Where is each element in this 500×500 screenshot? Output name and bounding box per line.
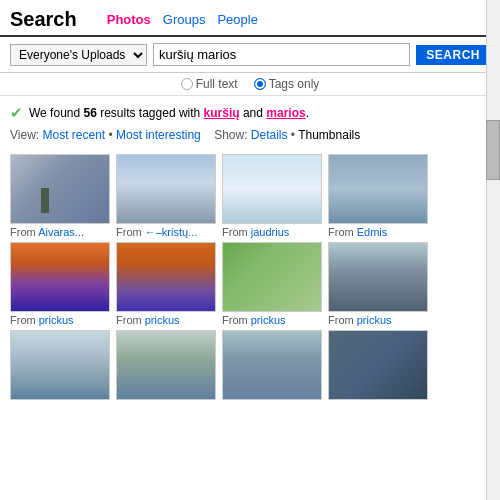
photo-thumb-10[interactable] [116, 330, 216, 400]
thumbnails-label: Thumbnails [298, 128, 360, 142]
photo-thumb-2[interactable] [116, 154, 216, 224]
photo-author-1[interactable]: Aivaras... [38, 226, 84, 238]
photo-label-3: From jaudrius [222, 226, 289, 238]
photo-author-8[interactable]: prickus [357, 314, 392, 326]
photo-thumb-5[interactable] [10, 242, 110, 312]
separator1: • [109, 128, 117, 142]
photo-item-4: From Edmis [328, 154, 428, 238]
fulltext-label: Full text [196, 77, 238, 91]
photo-item-1: From Aivaras... [10, 154, 110, 238]
photo-item-8: From prickus [328, 242, 428, 326]
search-input[interactable] [153, 43, 410, 66]
tab-groups[interactable]: Groups [163, 12, 206, 27]
details-link[interactable]: Details [251, 128, 288, 142]
photo-item-7: From prickus [222, 242, 322, 326]
photo-item-3: From jaudrius [222, 154, 322, 238]
check-icon: ✔ [10, 104, 23, 122]
photo-thumb-9[interactable] [10, 330, 110, 400]
photo-author-5[interactable]: prickus [39, 314, 74, 326]
photo-thumb-4[interactable] [328, 154, 428, 224]
photo-thumb-7[interactable] [222, 242, 322, 312]
photo-thumb-12[interactable] [328, 330, 428, 400]
photo-grid: From Aivaras...From ←–kristų...From jaud… [0, 148, 500, 408]
result-text: We found 56 results tagged with kuršių a… [29, 106, 309, 120]
photo-author-2[interactable]: ←–kristų... [145, 226, 198, 238]
view-label: View: [10, 128, 39, 142]
search-bar: Everyone's Uploads SEARCH [0, 37, 500, 73]
search-button[interactable]: SEARCH [416, 45, 490, 65]
tab-people[interactable]: People [217, 12, 257, 27]
fulltext-option[interactable]: Full text [181, 77, 238, 91]
photo-item-6: From prickus [116, 242, 216, 326]
tagsonly-option[interactable]: Tags only [254, 77, 320, 91]
tab-photos[interactable]: Photos [107, 12, 151, 27]
results-info: ✔ We found 56 results tagged with kuršių… [0, 96, 500, 126]
tagsonly-label: Tags only [269, 77, 320, 91]
photo-item-10 [116, 330, 216, 402]
scope-select[interactable]: Everyone's Uploads [10, 44, 147, 66]
photo-author-3[interactable]: jaudrius [251, 226, 290, 238]
most-interesting-link[interactable]: Most interesting [116, 128, 201, 142]
page-title: Search [10, 8, 77, 31]
photo-item-2: From ←–kristų... [116, 154, 216, 238]
photo-label-4: From Edmis [328, 226, 387, 238]
photo-item-9 [10, 330, 110, 402]
photo-label-2: From ←–kristų... [116, 226, 197, 238]
scroll-thumb[interactable] [486, 120, 500, 180]
photo-thumb-6[interactable] [116, 242, 216, 312]
scrollbar[interactable] [486, 0, 500, 500]
photo-row-1: From Aivaras...From ←–kristų...From jaud… [10, 154, 490, 238]
photo-row-3 [10, 330, 490, 402]
photo-author-7[interactable]: prickus [251, 314, 286, 326]
photo-label-7: From prickus [222, 314, 286, 326]
most-recent-link[interactable]: Most recent [42, 128, 105, 142]
header: Search Photos Groups People [0, 0, 500, 37]
photo-item-11 [222, 330, 322, 402]
search-type-row: Full text Tags only [0, 73, 500, 96]
show-label: Show: [214, 128, 247, 142]
photo-thumb-8[interactable] [328, 242, 428, 312]
photo-row-2: From prickusFrom prickusFrom prickusFrom… [10, 242, 490, 326]
photo-item-5: From prickus [10, 242, 110, 326]
photo-author-4[interactable]: Edmis [357, 226, 388, 238]
photo-label-8: From prickus [328, 314, 392, 326]
photo-label-6: From prickus [116, 314, 180, 326]
photo-thumb-1[interactable] [10, 154, 110, 224]
nav-tabs: Photos Groups People [107, 12, 258, 27]
view-show-row: View: Most recent • Most interesting Sho… [0, 126, 500, 148]
photo-author-6[interactable]: prickus [145, 314, 180, 326]
fulltext-radio[interactable] [181, 78, 193, 90]
photo-label-5: From prickus [10, 314, 74, 326]
photo-thumb-3[interactable] [222, 154, 322, 224]
tagsonly-radio[interactable] [254, 78, 266, 90]
photo-label-1: From Aivaras... [10, 226, 84, 238]
photo-thumb-11[interactable] [222, 330, 322, 400]
photo-item-12 [328, 330, 428, 402]
